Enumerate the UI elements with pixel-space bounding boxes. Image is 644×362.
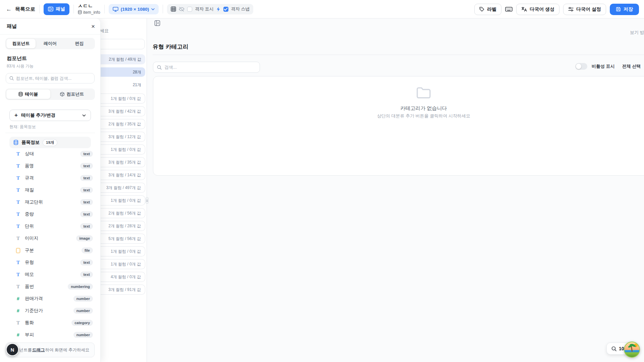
hint-suffix: 하여 화면에 추가하세요 — [45, 347, 90, 353]
component-search-input[interactable] — [16, 76, 91, 81]
column-stat-label: 1개 컬럼 / 0개 값 — [111, 96, 141, 102]
close-icon[interactable]: × — [91, 23, 95, 29]
column-stat-label: 2개 컬럼 / 28개 값 — [108, 223, 141, 229]
column-stat-label: 3개 컬럼 / 91개 값 — [108, 287, 141, 293]
panel-resize-handle[interactable] — [146, 197, 149, 204]
field-type-badge: text — [80, 187, 93, 193]
i18n-settings-label: 다국어 설정 — [576, 6, 601, 12]
column-stat-label: 3개 컬럼 / 12개 값 — [108, 134, 141, 140]
field-label: 재고단위 — [25, 199, 43, 205]
show-inactive-toggle[interactable] — [575, 63, 587, 70]
lightning-icon — [216, 7, 221, 12]
field-row[interactable]: 통화 category — [6, 318, 95, 328]
save-icon — [616, 7, 621, 12]
monitor-icon — [113, 7, 118, 12]
field-type-icon — [15, 163, 21, 169]
source-tab-bar: 테이블 컴포넌트 — [5, 88, 95, 100]
field-label: 품명 — [25, 163, 34, 169]
tab-component[interactable]: 컴포넌트 — [50, 89, 94, 99]
panel-header: 패널 × — [0, 18, 100, 35]
column-stat-label: 2개 컬럼 / 56개 값 — [108, 210, 141, 216]
panel-icon — [48, 7, 53, 11]
grid-snap-checkbox[interactable] — [223, 7, 228, 12]
keyboard-icon — [505, 6, 513, 12]
field-row[interactable]: 규격 text — [6, 173, 95, 183]
panel-collapse-button[interactable] — [154, 20, 160, 26]
field-row[interactable]: 이미지 image — [6, 233, 95, 243]
table-item[interactable]: 품목정보 19개 — [9, 137, 91, 148]
options-icon — [568, 7, 574, 12]
grid-controls: 격자 표시 격자 스냅 — [167, 4, 253, 14]
resolution-select[interactable]: (644 × 362) — [109, 4, 159, 14]
select-all-action[interactable]: 전체 선택 — [622, 63, 641, 69]
field-row[interactable]: 구분 file — [6, 245, 95, 255]
field-label: 단위 — [25, 223, 34, 229]
grid-show-checkbox[interactable] — [187, 7, 192, 12]
column-stat-label: 3개 컬럼 / 42개 값 — [108, 109, 141, 114]
field-row[interactable]: 기준단가 number — [6, 306, 95, 316]
island-icon[interactable] — [624, 342, 640, 358]
column-stat-label: 1개 컬럼 / 0개 값 — [111, 147, 141, 153]
field-row[interactable]: 중량 text — [6, 209, 95, 219]
divider — [163, 5, 163, 13]
field-type-badge: text — [80, 151, 93, 157]
table-name: 품목정보 — [21, 139, 40, 145]
field-row[interactable]: 단위 text — [6, 221, 95, 231]
palm-trunk-shape — [631, 346, 633, 352]
tab-components[interactable]: 컴포넌트 — [6, 39, 36, 48]
database-icon — [13, 140, 18, 145]
current-table-label: 현재: 품목정보 — [9, 124, 36, 130]
tab-layers[interactable]: 레이어 — [36, 39, 65, 48]
column-stat-label: 1개 컬럼 / 0개 값 — [111, 249, 141, 254]
field-row[interactable]: 부피 number — [6, 330, 95, 340]
field-row[interactable]: 재고단위 text — [6, 197, 95, 207]
section-divider — [153, 55, 644, 55]
field-row[interactable]: 메모 text — [6, 269, 95, 280]
keyboard-shortcuts-button[interactable] — [505, 6, 513, 12]
empty-state: 카테고리가 없습니다 상단의 대분류 추가 버튼을 클릭하여 시작하세요 — [153, 86, 644, 119]
topbar: ← 목록으로 패널 ㅅㄷㄴ item_info — [0, 0, 644, 18]
back-button[interactable]: ← 목록으로 — [6, 6, 35, 12]
field-type-badge: text — [80, 223, 93, 229]
components-count: 83개 사용 가능 — [7, 63, 34, 69]
chevron-down-icon — [151, 8, 155, 10]
database-icon — [78, 10, 82, 14]
search-icon — [157, 65, 162, 70]
grid-icon[interactable] — [171, 6, 176, 12]
tab-table[interactable]: 테이블 — [6, 89, 50, 99]
column-stat-label: 1개 컬럼 / 0개 값 — [111, 261, 141, 267]
i18n-generate-button[interactable]: 다국어 생성 — [516, 4, 559, 15]
field-type-icon — [15, 236, 21, 241]
field-row[interactable]: 판매가격 number — [6, 294, 95, 304]
save-button[interactable]: 저장 — [610, 4, 639, 15]
divider — [5, 133, 95, 133]
view-mode-label[interactable]: 보기 방식 — [630, 29, 644, 36]
field-row[interactable]: 품번 numbering — [6, 282, 95, 292]
field-type-icon — [15, 284, 21, 290]
tag-icon — [479, 7, 484, 12]
document-table: item_info — [78, 10, 100, 15]
toggle-knob — [576, 64, 581, 69]
field-row[interactable]: 품명 text — [6, 161, 95, 171]
field-type-icon — [15, 187, 21, 193]
field-row[interactable]: 재질 text — [6, 185, 95, 195]
document-title: ㅅㄷㄴ — [78, 3, 93, 9]
field-label: 기준단가 — [25, 308, 43, 314]
add-table-dropdown[interactable]: + 테이블 추가/변경 — [9, 110, 91, 121]
field-label: 유형 — [25, 259, 34, 265]
drag-hint: 컴포넌트를 드래그하여 화면에 추가하세요 — [6, 343, 95, 357]
field-row[interactable]: 상태 text — [6, 149, 95, 159]
cube-icon — [60, 92, 64, 97]
field-label: 통화 — [25, 320, 34, 326]
tab-edit[interactable]: 편집 — [65, 39, 94, 48]
field-type-badge: text — [80, 199, 93, 205]
category-search-input[interactable] — [164, 65, 256, 70]
panel-toggle-button[interactable]: 패널 — [44, 3, 69, 15]
field-row[interactable]: 유형 text — [6, 257, 95, 267]
i18n-settings-button[interactable]: 다국어 설정 — [563, 4, 606, 15]
eye-off-icon[interactable] — [179, 7, 184, 12]
label-button[interactable]: 라벨 — [474, 4, 501, 15]
field-type-badge: text — [80, 163, 93, 169]
field-type-icon — [15, 212, 21, 217]
topbar-left-group: ← 목록으로 패널 ㅅㄷㄴ item_info — [0, 3, 253, 15]
